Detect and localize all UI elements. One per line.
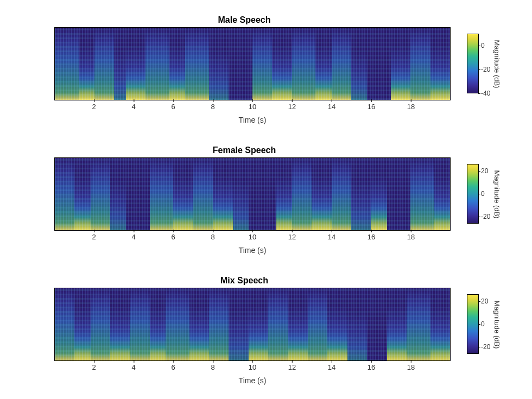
- colorbar-label: Magnitude (dB): [493, 170, 501, 218]
- spectrogram-panel-female: Female Speech Frequency (kHz) 0 1 2: [38, 145, 510, 231]
- x-axis-label: Time (s): [54, 116, 451, 124]
- colorbar-tick: 0: [481, 320, 485, 328]
- colorbar-tick: -20: [481, 343, 490, 351]
- x-tick: 4: [131, 103, 135, 111]
- panel-title: Male Speech: [38, 15, 451, 25]
- plot-wrap: Frequency (kHz) 0 1 2: [38, 157, 451, 231]
- spectrogram-image: [55, 158, 450, 230]
- spectrogram-image: [55, 288, 450, 360]
- x-tick: 8: [211, 103, 214, 111]
- colorbar-gradient: [467, 294, 479, 354]
- colorbar-gradient: [467, 34, 479, 93]
- x-tick: 6: [171, 103, 175, 111]
- colorbar-tick: -20: [481, 213, 490, 220]
- x-tick: 18: [407, 233, 415, 241]
- x-tick: 4: [131, 363, 135, 371]
- x-tick: 10: [249, 363, 256, 371]
- colorbar-tick: 0: [481, 190, 485, 198]
- x-tick: 18: [407, 363, 415, 371]
- x-tick: 6: [171, 363, 175, 371]
- spectrogram-plot: Frequency (kHz) 0 1 2: [54, 27, 451, 100]
- colorbar: -40 -20 0 Magnitude (dB): [467, 27, 505, 100]
- x-tick: 14: [328, 103, 335, 111]
- colorbar-tick: -40: [481, 90, 490, 97]
- colorbar: -20 0 20 Magnitude (dB): [467, 157, 505, 231]
- spectrogram-plot: Frequency (kHz) 0 1 2: [54, 288, 451, 361]
- x-tick: 2: [92, 233, 96, 241]
- x-tick: 12: [288, 233, 296, 241]
- x-tick: 8: [211, 233, 214, 241]
- panel-title: Female Speech: [38, 145, 451, 155]
- x-axis-label: Time (s): [54, 376, 451, 385]
- panel-title: Mix Speech: [38, 276, 451, 286]
- colorbar: -20 0 20 Magnitude (dB): [467, 288, 505, 361]
- spectrogram-image: [55, 28, 450, 100]
- x-tick: 10: [249, 103, 256, 111]
- plot-wrap: Frequency (kHz) 0 1 2: [38, 288, 451, 361]
- x-tick: 2: [92, 103, 96, 111]
- spectrogram-panel-mix: Mix Speech Frequency (kHz) 0 1 2: [38, 276, 510, 361]
- x-tick: 12: [288, 103, 296, 111]
- colorbar-tick: 0: [481, 42, 485, 49]
- panel-body: Frequency (kHz) 0 1 2: [38, 157, 510, 231]
- x-tick: 8: [211, 363, 214, 371]
- x-tick: 16: [368, 103, 375, 111]
- x-tick: 10: [249, 233, 256, 241]
- panel-body: Frequency (kHz) 0 1 2: [38, 288, 510, 361]
- colorbar-tick: 20: [481, 297, 488, 305]
- x-ticks: 2 4 6 8 10 12 14 16 18: [54, 363, 451, 374]
- plot-wrap: Frequency (kHz) 0 1 2: [38, 27, 451, 100]
- colorbar-label: Magnitude (dB): [493, 300, 501, 349]
- x-tick: 12: [288, 363, 296, 371]
- x-tick: 4: [131, 233, 135, 241]
- x-tick: 16: [368, 233, 375, 241]
- x-tick: 16: [368, 363, 375, 371]
- x-tick: 6: [171, 233, 175, 241]
- colorbar-gradient: [467, 164, 479, 224]
- x-ticks: 2 4 6 8 10 12 14 16 18: [54, 103, 451, 113]
- x-ticks: 2 4 6 8 10 12 14 16 18: [54, 233, 451, 244]
- x-tick: 18: [407, 103, 415, 111]
- x-tick: 14: [328, 363, 335, 371]
- colorbar-tick: 20: [481, 167, 488, 175]
- x-tick: 14: [328, 233, 335, 241]
- colorbar-tick: -20: [481, 66, 490, 73]
- x-axis-label: Time (s): [54, 246, 451, 255]
- spectrogram-plot: Frequency (kHz) 0 1 2: [54, 157, 451, 231]
- colorbar-label: Magnitude (dB): [493, 40, 501, 88]
- x-tick: 2: [92, 363, 96, 371]
- spectrogram-panel-male: Male Speech Frequency (kHz) 0 1 2: [38, 15, 510, 100]
- panel-body: Frequency (kHz) 0 1 2: [38, 27, 510, 100]
